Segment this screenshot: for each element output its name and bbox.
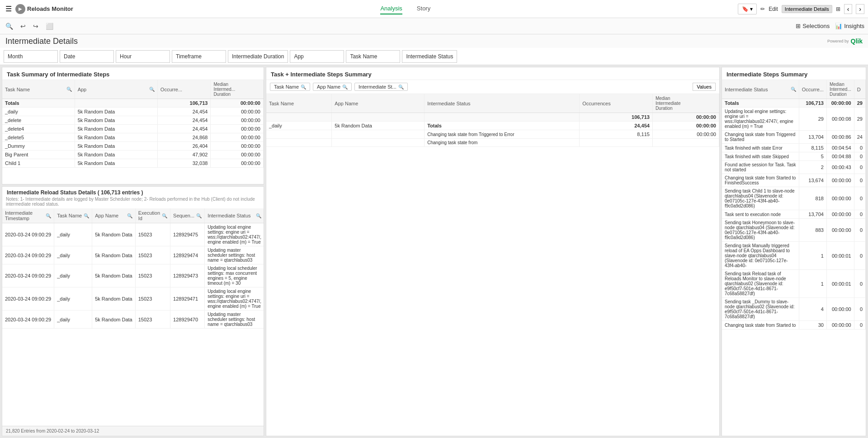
col-seq: Sequen... 🔍: [170, 208, 205, 223]
ti-row-daily-error: Changing task state from Triggered to Er…: [266, 130, 719, 139]
task-intermediate-title: Task + Intermediate Steps Summary: [266, 67, 719, 80]
is-row-4: Found active session for Task. Task not …: [722, 161, 866, 174]
col-ti-dur: MedianIntermediateDuration: [652, 94, 719, 113]
dim-tab-row: Task Name 🔍 App Name 🔍 Intermediate St..…: [266, 80, 719, 94]
detail-task-search-icon[interactable]: 🔍: [84, 213, 89, 218]
col-exec: ExecutionId 🔍: [135, 208, 170, 223]
exec-search-icon[interactable]: 🔍: [162, 213, 167, 218]
powered-by-label: Powered by: [827, 39, 849, 43]
filter-date[interactable]: Date: [60, 50, 114, 63]
col-is-occ: Occurre...: [799, 80, 826, 99]
top-bar-center: Analysis Story: [77, 3, 734, 14]
app-title: Reloads Monitor: [27, 5, 73, 12]
hamburger-button[interactable]: ☰: [4, 3, 14, 15]
intermediate-steps-title: Intermediate Steps Summary: [722, 67, 866, 80]
intermediate-steps-panel: Intermediate Steps Summary Intermediate …: [722, 67, 866, 436]
detail-row-3: 2020-03-24 09:00:29 _daily 5k Random Dat…: [2, 287, 264, 311]
insights-button[interactable]: 📊 Insights: [835, 23, 864, 29]
task-row-daily: _daily 5k Random Data 24,454 00:00:00: [2, 108, 264, 116]
taskname-tab-search[interactable]: 🔍: [301, 85, 306, 89]
totals-occ: 106,713: [157, 99, 211, 108]
task-summary-panel: Task Summary of Intermediate Steps Task …: [2, 67, 264, 184]
toolbar-redo-button[interactable]: ↪: [31, 22, 40, 31]
top-bar: ☰ ▶ Reloads Monitor Analysis Story 🔖 ▾ ✏…: [0, 0, 868, 18]
ts-search-icon[interactable]: 🔍: [46, 213, 51, 218]
dim-tab-taskname[interactable]: Task Name 🔍: [270, 83, 310, 91]
is-status-search-icon[interactable]: 🔍: [791, 87, 796, 92]
col-occurrences: Occurre...: [157, 80, 211, 99]
is-row-5: Changing task state from Started to Fini…: [722, 174, 866, 187]
col-app: App 🔍: [75, 80, 157, 99]
filter-hour[interactable]: Hour: [116, 50, 170, 63]
toolbar-undo-button[interactable]: ↩: [19, 22, 28, 31]
pencil-icon: ✏: [760, 6, 765, 12]
col-is-status: Intermediate Status 🔍: [722, 80, 799, 99]
intstatus-tab-search[interactable]: 🔍: [398, 85, 404, 89]
detail-row-2: 2020-03-24 09:00:29 _daily 5k Random Dat…: [2, 264, 264, 287]
col-median-duration: MedianIntermed...Duration: [211, 80, 264, 99]
task-row-child1: Child 1 5k Random Data 32,038 00:00:00: [2, 159, 264, 168]
bookmark-button[interactable]: 🔖 ▾: [738, 4, 757, 14]
task-row-delete4: _delete4 5k Random Data 24,454 00:00:00: [2, 125, 264, 133]
page-header: Intermediate Details Powered by Qlik: [0, 34, 868, 48]
left-panel: Task Summary of Intermediate Steps Task …: [2, 67, 264, 436]
nav-tab-story[interactable]: Story: [417, 3, 430, 14]
task-summary-table-wrapper[interactable]: Task Name 🔍 App 🔍: [2, 80, 264, 184]
seq-search-icon[interactable]: 🔍: [196, 213, 202, 218]
col-is-dur: MedianIntermed...Duration: [826, 80, 854, 99]
selections-button[interactable]: ⊞ Selections: [796, 23, 830, 29]
is-row-8: Sending task Honeymoon to slave-node qta…: [722, 219, 866, 242]
detail-table-wrapper[interactable]: IntermediateTimestamp 🔍 Task Name 🔍: [2, 208, 264, 426]
detail-row-0: 2020-03-24 09:00:29 _daily 5k Random Dat…: [2, 223, 264, 246]
edit-button[interactable]: Edit: [769, 6, 778, 12]
dim-tab-appname[interactable]: App Name 🔍: [313, 83, 352, 91]
grid-icon: ⊞: [796, 23, 801, 29]
task-summary-body: Task Name 🔍 App 🔍: [2, 80, 264, 184]
task-intermediate-table-wrapper[interactable]: Task Name App Name Intermediate Status O…: [266, 94, 719, 436]
sheet-button[interactable]: Intermediate Details: [782, 5, 832, 13]
main-content: Task Summary of Intermediate Steps Task …: [0, 65, 868, 438]
filter-timeframe[interactable]: Timeframe: [172, 50, 226, 63]
dim-tab-intstatus[interactable]: Intermediate St... 🔍: [354, 83, 408, 91]
filter-intermediate-status[interactable]: Intermediate Status: [402, 50, 457, 63]
detail-row-4: 2020-03-24 09:00:29 _daily 5k Random Dat…: [2, 311, 264, 329]
col-ts: IntermediateTimestamp 🔍: [2, 208, 54, 223]
app-search-icon[interactable]: 🔍: [149, 87, 155, 92]
layout-icon: ⊞: [836, 6, 840, 12]
toolbar-search-button[interactable]: 🔍: [4, 22, 15, 31]
nav-tab-analysis[interactable]: Analysis: [380, 3, 402, 14]
is-row-2: Task finished with state Error 8,115 00:…: [722, 144, 866, 152]
values-button[interactable]: Values: [693, 83, 716, 91]
filter-app[interactable]: App: [290, 50, 344, 63]
filter-intermediate-duration[interactable]: Intermediate Duration: [228, 50, 288, 63]
chart-icon: 📊: [835, 23, 842, 29]
qlik-logo: Qlik: [851, 38, 863, 45]
task-intermediate-table: Task Name App Name Intermediate Status O…: [266, 94, 719, 147]
col-ti-task: Task Name: [266, 94, 332, 113]
col-detail-status: Intermediate Status 🔍: [205, 208, 264, 223]
intermediate-steps-table-wrapper[interactable]: Intermediate Status 🔍 Occurre... MedianI…: [722, 80, 866, 436]
task-summary-title: Task Summary of Intermediate Steps: [2, 67, 264, 80]
task-name-search-icon[interactable]: 🔍: [66, 87, 72, 92]
detail-footer: 21,820 Entries from 2020-02-24 to 2020-0…: [2, 426, 264, 436]
selections-label: Selections: [802, 23, 830, 29]
col-ti-occ: Occurrences: [580, 94, 653, 113]
intermediate-steps-table: Intermediate Status 🔍 Occurre... MedianI…: [722, 80, 866, 330]
prev-sheet-button[interactable]: ‹: [844, 4, 853, 14]
detail-status-search-icon[interactable]: 🔍: [256, 213, 261, 218]
toolbar-right: ⊞ Selections 📊 Insights: [796, 23, 864, 29]
top-bar-left: ☰ ▶ Reloads Monitor: [4, 3, 73, 15]
toolbar-reset-button[interactable]: ⬜: [44, 22, 55, 31]
detail-app-search-icon[interactable]: 🔍: [127, 213, 132, 218]
ti-grand-totals: 106,713 00:00:00: [266, 113, 719, 122]
next-sheet-button[interactable]: ›: [856, 4, 864, 14]
insights-label: Insights: [844, 23, 864, 29]
is-row-10: Sending task Reload task of Reloads Moni…: [722, 270, 866, 298]
filter-month[interactable]: Month: [4, 50, 58, 63]
task-row-delete5: _delete5 5k Random Data 24,868 00:00:00: [2, 133, 264, 142]
task-row-dummy: _Dummy 5k Random Data 26,404 00:00:00: [2, 142, 264, 151]
appname-tab-search[interactable]: 🔍: [342, 85, 348, 89]
filter-task-name[interactable]: Task Name: [346, 50, 400, 63]
page-title: Intermediate Details: [5, 37, 78, 46]
is-row-6: Sending task Child 1 to slave-node qtarc…: [722, 187, 866, 210]
